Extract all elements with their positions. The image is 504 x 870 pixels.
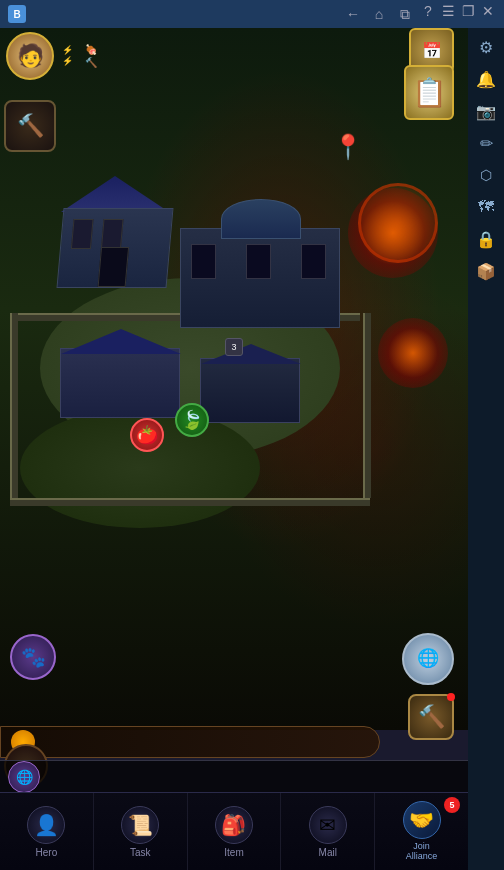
building-2 [180,228,340,328]
mail-label: Mail [319,847,337,858]
right-sidebar: ⚙ 🔔 📷 ✏ ⬡ 🗺 🔒 📦 [468,28,504,870]
wood-icon: 🔨 [85,57,97,68]
avatar-face: 🧑 [17,43,44,69]
building-1 [57,208,174,288]
hammer-icon: 🔨 [17,113,44,139]
gm-button[interactable]: 🐾 [10,634,56,680]
sidebar-icon-map[interactable]: 🗺 [471,192,501,222]
gm-icon: 🐾 [21,645,46,669]
task-icon: 📜 [121,806,159,844]
hero-label: Hero [36,847,58,858]
nav-item[interactable]: 🎒 Item [188,793,282,870]
player-avatar[interactable]: 🧑 [6,32,54,80]
resource-row-2: 🔨 [85,57,101,68]
help-btn[interactable]: ? [420,3,436,19]
char-hat-2: 🍃 [175,403,209,437]
char-hat-1: 🍅 [130,418,164,452]
char-marker-1: 🍅 [130,418,164,452]
survey-icon-glyph: 📋 [412,76,447,109]
window-2 [101,219,124,249]
game-area: 🍅 🍃 📍 3 [0,28,468,730]
item-icon: 🎒 [215,806,253,844]
window-1 [71,219,94,249]
resource-row-1: 🍖 [85,44,101,55]
free-icon: 🌐 [417,647,439,669]
building-badge: 3 [225,338,243,356]
resources: 🍖 🔨 [85,44,101,68]
home-btn[interactable]: ⌂ [368,3,390,25]
build-icon: 🔨 [418,704,445,730]
survey-card: 📋 [404,65,454,122]
wall-bottom [10,498,370,506]
window-3 [191,244,216,279]
sidebar-icon-notification[interactable]: 🔔 [471,64,501,94]
chat-avatar: 🌐 [8,761,40,793]
top-hud: 🧑 ⚡ ⚡ 🍖 🔨 [0,28,468,83]
sidebar-icon-lock[interactable]: 🔒 [471,224,501,254]
hero-icon: 👤 [27,806,65,844]
join-icon: 🤝 [403,801,441,839]
sidebar-icon-package[interactable]: 📦 [471,256,501,286]
build-notification [447,693,455,701]
task-label: Task [130,847,151,858]
map-marker: 📍 [333,133,363,161]
quest-bar[interactable] [0,726,380,758]
survey-button[interactable]: 📋 [404,65,454,120]
hp-bar-2: ⚡ [62,56,75,66]
avatar-notification [47,32,54,39]
left-buttons: 🔨 [4,100,56,156]
multi-btn[interactable]: ⧉ [394,3,416,25]
avatar-level [6,76,14,80]
wall-left [10,313,18,498]
bottom-nav: 👤 Hero 📜 Task 🎒 Item ✉ Mail 5 🤝 JoinAlli… [0,792,468,870]
building-3 [60,348,180,418]
sidebar-icon-layer[interactable]: ⬡ [471,160,501,190]
food-icon: 🍖 [85,44,97,55]
join-label: JoinAlliance [406,842,438,862]
mail-icon: ✉ [309,806,347,844]
nav-hero[interactable]: 👤 Hero [0,793,94,870]
door-1 [98,247,129,287]
join-badge: 5 [444,797,460,813]
free-button[interactable]: 🌐 [402,633,454,685]
wall-right [363,313,371,498]
hp-bar-1: ⚡ [62,45,75,55]
nav-join-alliance[interactable]: 5 🤝 JoinAlliance [375,793,468,870]
build-button[interactable]: 🔨 [408,694,454,740]
calendar-content: 📅 [422,41,442,60]
nav-task[interactable]: 📜 Task [94,793,188,870]
calendar-icon-glyph: 📅 [422,41,442,60]
back-btn[interactable]: ← [342,3,364,25]
close-btn[interactable]: ✕ [480,3,496,19]
menu-btn[interactable]: ☰ [440,3,456,19]
sidebar-icon-edit[interactable]: ✏ [471,128,501,158]
sidebar-icon-screenshot[interactable]: 📷 [471,96,501,126]
window-4 [246,244,271,279]
idle-button[interactable]: 🔨 [4,100,56,152]
titlebar: B ← ⌂ ⧉ ? ☰ ❐ ✕ [0,0,504,28]
building-4 [200,358,300,423]
fire-ring-1 [358,183,438,263]
window-5 [301,244,326,279]
chat-bar[interactable]: 🌐 [0,760,468,792]
restore-btn[interactable]: ❐ [460,3,476,19]
item-label: Item [224,847,243,858]
building-dome [221,199,301,239]
sidebar-icon-settings[interactable]: ⚙ [471,32,501,62]
window-controls: ← ⌂ ⧉ ? ☰ ❐ ✕ [342,3,496,25]
char-marker-2: 🍃 [175,403,209,437]
hp-bars: ⚡ ⚡ [62,45,75,66]
bluestacks-logo: B [8,5,26,23]
nav-mail[interactable]: ✉ Mail [281,793,375,870]
